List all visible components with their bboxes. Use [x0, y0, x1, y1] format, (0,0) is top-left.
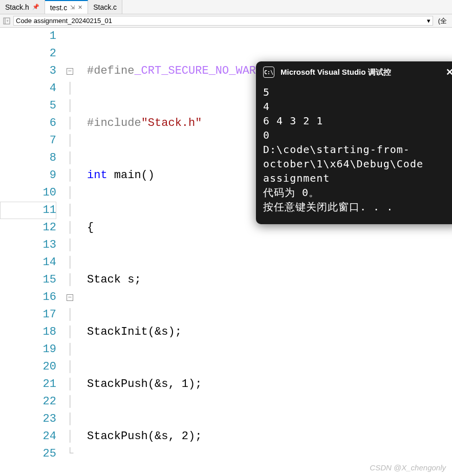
- console-output[interactable]: 5 4 6 4 3 2 1 0 D:\code\starting-from-oc…: [256, 83, 452, 224]
- line-number: 25: [0, 445, 56, 463]
- line-number: 7: [0, 132, 56, 149]
- project-name: Code assignment_20240215_01: [16, 17, 112, 25]
- line-number: 13: [0, 236, 56, 254]
- watermark: CSDN @X_chengonly: [370, 463, 446, 472]
- tab-stack-c[interactable]: Stack.c: [88, 0, 122, 14]
- line-number: 11: [0, 202, 56, 219]
- line-number: 23: [0, 410, 56, 428]
- debug-console: C:\ Microsoft Visual Studio 调试控 ✕ 5 4 6 …: [256, 61, 452, 224]
- line-number: 12: [0, 219, 56, 236]
- line-number: 21: [0, 376, 56, 393]
- tab-test-c[interactable]: test.c ⇲ ✕: [45, 0, 88, 14]
- chevron-down-icon: ▾: [427, 17, 431, 25]
- line-gutter: 1 2 3 4 5 6 7 8 9 10 11 12 13 14 15 16 1…: [0, 28, 67, 476]
- line-number: 3: [0, 62, 56, 80]
- line-number: 2: [0, 45, 56, 62]
- line-number: 5: [0, 97, 56, 115]
- line-number: 6: [0, 115, 56, 132]
- project-dropdown[interactable]: Code assignment_20240215_01 ▾: [13, 16, 433, 26]
- nav-bar: + Code assignment_20240215_01 ▾ (全: [0, 14, 452, 28]
- line-number: 15: [0, 271, 56, 289]
- line-number: 16: [0, 289, 56, 306]
- tab-label: Stack.c: [93, 3, 117, 11]
- close-icon[interactable]: ✕: [78, 4, 82, 11]
- nav-extra: (全: [435, 15, 450, 27]
- line-number: 4: [0, 80, 56, 97]
- svg-text:+: +: [6, 19, 9, 24]
- tab-label: test.c: [50, 4, 67, 12]
- line-number: 24: [0, 428, 56, 445]
- line-number: 22: [0, 393, 56, 410]
- line-number: 1: [0, 28, 56, 45]
- pin-icon: 📌: [32, 4, 39, 10]
- fold-column: − │ │ │ │ │ │ │ │ │ │ │ │ − │ │ │ │ │ │ …: [67, 28, 87, 476]
- fold-toggle[interactable]: −: [67, 68, 73, 75]
- pin-icon: ⇲: [70, 4, 75, 11]
- console-titlebar[interactable]: C:\ Microsoft Visual Studio 调试控 ✕: [256, 61, 452, 83]
- line-number: 18: [0, 323, 56, 341]
- tab-stack-h[interactable]: Stack.h 📌: [0, 0, 45, 14]
- fold-toggle[interactable]: −: [67, 294, 73, 301]
- terminal-icon: C:\: [263, 67, 274, 78]
- tab-bar: Stack.h 📌 test.c ⇲ ✕ Stack.c: [0, 0, 452, 14]
- nav-icon[interactable]: +: [2, 17, 11, 25]
- close-icon[interactable]: ✕: [446, 67, 452, 78]
- line-number: 14: [0, 254, 56, 271]
- console-title-text: Microsoft Visual Studio 调试控: [281, 68, 391, 77]
- line-number: 17: [0, 306, 56, 323]
- tab-label: Stack.h: [5, 3, 29, 11]
- line-number: 10: [0, 184, 56, 202]
- line-number: 8: [0, 149, 56, 167]
- line-number: 19: [0, 341, 56, 358]
- line-number: 20: [0, 358, 56, 376]
- line-number: 9: [0, 167, 56, 184]
